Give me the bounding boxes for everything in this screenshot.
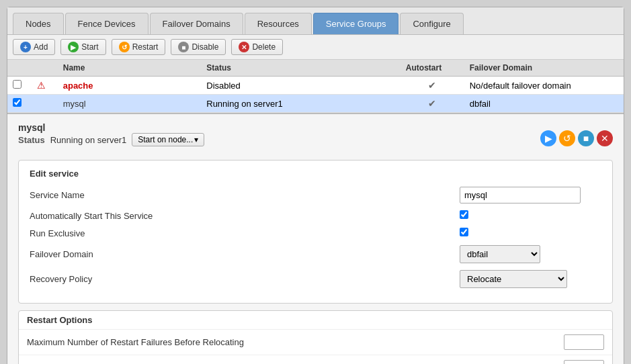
autostart-label: Automatically Start This Service bbox=[30, 211, 460, 221]
run-exclusive-control bbox=[460, 228, 601, 238]
detail-status-row: Status Running on server1 Start on node.… bbox=[18, 133, 204, 146]
action-delete-button[interactable]: ✕ bbox=[597, 130, 613, 146]
recovery-policy-control: Relocate Restart Disable None bbox=[460, 270, 601, 288]
recovery-policy-row: Recovery Policy Relocate Restart Disable… bbox=[30, 270, 601, 288]
dropdown-arrow-icon: ▾ bbox=[194, 135, 198, 144]
action-restart-button[interactable]: ↺ bbox=[559, 130, 575, 146]
autostart-checkbox[interactable] bbox=[460, 210, 468, 219]
restart-label: Restart bbox=[132, 42, 159, 52]
delete-button[interactable]: ✕ Delete bbox=[231, 39, 283, 55]
add-button[interactable]: + Add bbox=[13, 39, 55, 55]
warning-icon: ⚠ bbox=[37, 80, 46, 91]
service-name-row: Service Name bbox=[30, 187, 601, 203]
failover-domain-row: Failover Domain dbfail No/default failov… bbox=[30, 245, 601, 263]
row-autostart-mysql: ✔ bbox=[428, 98, 436, 109]
row-status-apache: Disabled bbox=[206, 81, 241, 91]
restart-button[interactable]: ↺ Restart bbox=[112, 39, 166, 55]
add-label: Add bbox=[34, 42, 48, 52]
start-node-label: Start on node... bbox=[138, 135, 193, 144]
start-icon: ▶ bbox=[68, 42, 79, 52]
row-status-mysql: Running on server1 bbox=[206, 99, 282, 109]
tab-nodes[interactable]: Nodes bbox=[13, 13, 64, 34]
action-start-button[interactable]: ▶ bbox=[540, 130, 556, 146]
tab-configure[interactable]: Configure bbox=[400, 13, 463, 34]
service-name-label: Service Name bbox=[30, 190, 460, 200]
row-name-mysql: mysql bbox=[63, 99, 86, 109]
add-icon: + bbox=[20, 42, 31, 52]
detail-header: mysql Status Running on server1 Start on… bbox=[18, 122, 613, 154]
col-header-autostart: Autostart bbox=[401, 60, 464, 77]
restart-row-1: Length of Time in Seconds After Which to… bbox=[19, 355, 612, 364]
disable-button[interactable]: ■ Disable bbox=[171, 39, 226, 55]
col-header-check bbox=[7, 60, 32, 77]
col-header-warn bbox=[32, 60, 58, 77]
row-checkbox-apache[interactable] bbox=[13, 80, 22, 89]
detail-status-value: Running on server1 bbox=[50, 135, 126, 145]
restart-options-section: Restart Options Maximum Number of Restar… bbox=[18, 310, 613, 364]
detail-title: mysql bbox=[18, 122, 204, 133]
edit-service-section: Edit service Service Name Automatically … bbox=[18, 160, 613, 304]
recovery-policy-select[interactable]: Relocate Restart Disable None bbox=[460, 270, 567, 288]
service-table: Name Status Autostart Failover Domain ⚠ … bbox=[7, 60, 624, 113]
restart-icon: ↺ bbox=[119, 42, 130, 52]
run-exclusive-label: Run Exclusive bbox=[30, 228, 460, 238]
tab-service-groups[interactable]: Service Groups bbox=[313, 13, 399, 34]
row-failover-mysql: dbfail bbox=[470, 99, 491, 109]
failover-domain-select[interactable]: dbfail No/default failover domain bbox=[460, 245, 540, 263]
service-name-control bbox=[460, 187, 601, 203]
run-exclusive-row: Run Exclusive bbox=[30, 228, 601, 238]
failover-domain-control: dbfail No/default failover domain bbox=[460, 245, 601, 263]
restart-label-0: Maximum Number of Restart Failures Befor… bbox=[27, 337, 564, 347]
service-name-input[interactable] bbox=[460, 187, 581, 203]
disable-icon: ■ bbox=[178, 42, 189, 52]
toolbar: + Add ▶ Start ↺ Restart ■ Disable ✕ Dele… bbox=[7, 35, 624, 60]
delete-icon: ✕ bbox=[239, 42, 249, 52]
start-label: Start bbox=[81, 42, 98, 52]
row-autostart-apache: ✔ bbox=[428, 80, 436, 91]
disable-label: Disable bbox=[192, 42, 218, 52]
detail-status-label: Status bbox=[18, 135, 45, 145]
restart-input-1[interactable] bbox=[564, 360, 604, 364]
col-header-name: Name bbox=[58, 60, 202, 77]
col-header-status: Status bbox=[201, 60, 401, 77]
start-button[interactable]: ▶ Start bbox=[60, 39, 106, 55]
autostart-row: Automatically Start This Service bbox=[30, 210, 601, 221]
recovery-policy-label: Recovery Policy bbox=[30, 274, 460, 284]
tab-failover-domains[interactable]: Failover Domains bbox=[150, 13, 243, 34]
restart-input-0[interactable] bbox=[564, 334, 604, 350]
col-header-failover: Failover Domain bbox=[464, 60, 624, 77]
restart-options-title: Restart Options bbox=[19, 311, 612, 330]
delete-label: Delete bbox=[252, 42, 276, 52]
tab-resources[interactable]: Resources bbox=[245, 13, 312, 34]
table-row[interactable]: ⚠ apache Disabled ✔ No/default failover … bbox=[7, 77, 624, 95]
detail-panel: mysql Status Running on server1 Start on… bbox=[7, 113, 624, 364]
row-name-apache: apache bbox=[63, 81, 93, 91]
table-row[interactable]: mysql Running on server1 ✔ dbfail bbox=[7, 95, 624, 113]
tab-bar: NodesFence DevicesFailover DomainsResour… bbox=[7, 7, 624, 35]
failover-domain-label: Failover Domain bbox=[30, 249, 460, 259]
row-failover-apache: No/default failover domain bbox=[470, 81, 571, 91]
tab-fence-devices[interactable]: Fence Devices bbox=[65, 13, 149, 34]
autostart-control bbox=[460, 210, 601, 221]
restart-row-0: Maximum Number of Restart Failures Befor… bbox=[19, 330, 612, 355]
action-icons: ▶ ↺ ■ ✕ bbox=[540, 130, 613, 146]
start-node-button[interactable]: Start on node... ▾ bbox=[132, 133, 204, 146]
row-checkbox-mysql[interactable] bbox=[13, 98, 22, 107]
run-exclusive-checkbox[interactable] bbox=[460, 228, 468, 236]
action-stop-button[interactable]: ■ bbox=[578, 130, 594, 146]
edit-service-title: Edit service bbox=[30, 169, 601, 179]
